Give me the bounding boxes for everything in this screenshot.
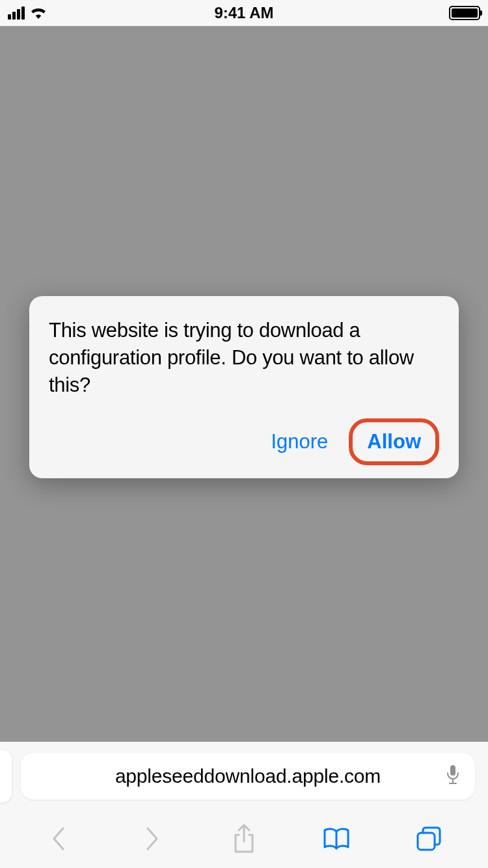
chevron-right-icon xyxy=(142,824,161,855)
allow-button[interactable]: Allow xyxy=(364,425,424,459)
ignore-button[interactable]: Ignore xyxy=(268,425,331,459)
svg-rect-5 xyxy=(418,833,435,850)
chevron-left-icon xyxy=(50,824,68,855)
status-time: 9:41 AM xyxy=(214,4,273,22)
safari-toolbar xyxy=(0,811,488,868)
book-icon xyxy=(321,826,352,853)
tabs-button[interactable] xyxy=(409,820,448,859)
share-icon xyxy=(232,823,256,856)
status-right xyxy=(449,6,480,20)
tabs-icon xyxy=(415,825,442,854)
adjacent-tab-sliver[interactable] xyxy=(0,750,12,802)
status-bar: 9:41 AM xyxy=(0,0,488,26)
microphone-icon[interactable] xyxy=(445,764,461,789)
download-profile-dialog: This website is trying to download a con… xyxy=(29,296,459,478)
url-text: appleseeddownload.apple.com xyxy=(115,765,381,787)
dialog-message: This website is trying to download a con… xyxy=(49,317,439,399)
share-button[interactable] xyxy=(224,820,264,859)
address-bar[interactable]: appleseeddownload.apple.com xyxy=(21,753,475,800)
url-bar-container: appleseeddownload.apple.com xyxy=(0,742,488,811)
forward-button[interactable] xyxy=(132,820,171,859)
cellular-signal-icon xyxy=(8,7,25,20)
status-left xyxy=(8,5,48,21)
dialog-actions: Ignore Allow xyxy=(49,418,439,465)
allow-highlight: Allow xyxy=(349,418,439,465)
battery-icon xyxy=(449,6,480,20)
page-content: This website is trying to download a con… xyxy=(0,26,488,768)
svg-rect-0 xyxy=(450,765,455,776)
bookmarks-button[interactable] xyxy=(317,820,356,859)
back-button[interactable] xyxy=(40,820,79,859)
wifi-icon xyxy=(29,5,48,21)
